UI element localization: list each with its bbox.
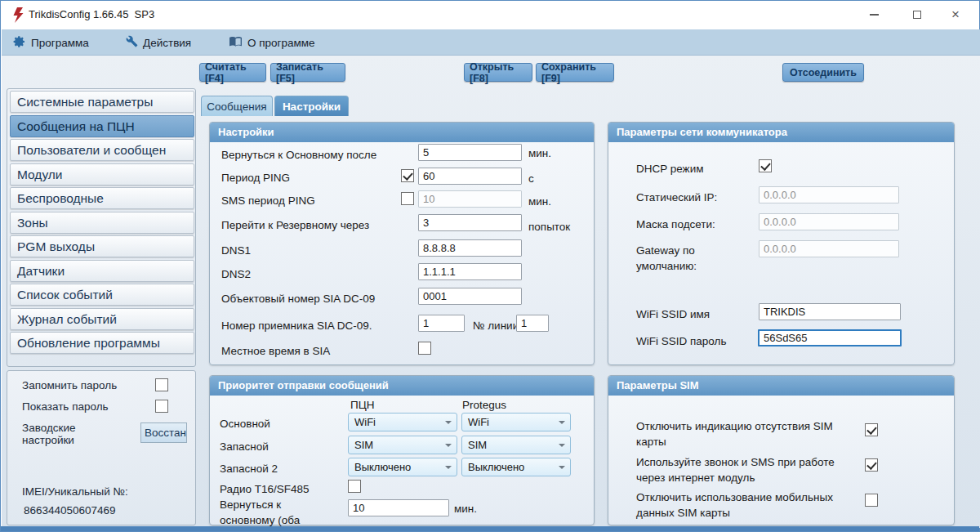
chevron-down-icon	[445, 466, 452, 469]
menu-actions[interactable]: Действия	[121, 29, 196, 56]
static-ip-input[interactable]	[759, 186, 899, 203]
tab-settings[interactable]: Настройки	[274, 96, 349, 116]
menu-about[interactable]: О программе	[224, 29, 320, 56]
sidebar-item-messages-to-cms[interactable]: Сообщения на ПЦН	[10, 115, 194, 137]
sidebar-item-zones[interactable]: Зоны	[10, 212, 194, 234]
gear-icon	[13, 35, 26, 51]
disconnect-button[interactable]: Отсоединить	[782, 63, 864, 82]
disable-mobile-data-checkbox[interactable]	[865, 494, 878, 507]
primary-channel-label: Основной	[220, 416, 270, 431]
backup-cms-select[interactable]: SIM	[348, 436, 457, 454]
ping-unit: с	[528, 172, 534, 185]
menu-program[interactable]: Программа	[8, 29, 94, 56]
sidebar-footer: Запомнить пароль Показать пароль Заводск…	[7, 370, 196, 525]
wrench-icon	[126, 35, 138, 50]
dns2-label: DNS2	[221, 266, 251, 282]
chevron-down-icon	[559, 444, 565, 447]
close-icon: ×	[951, 7, 960, 21]
maximize-icon	[913, 11, 921, 19]
subnet-mask-input[interactable]	[759, 213, 899, 230]
return-both-unit: мин.	[454, 503, 477, 515]
ping-label: Период PING	[221, 170, 290, 186]
primary-protegus-value: WiFi	[468, 416, 489, 428]
sim-absent-indication-checkbox[interactable]	[865, 423, 878, 436]
sidebar-item-pgm-outputs[interactable]: PGM выходы	[10, 235, 194, 257]
sidebar-item-system-parameters[interactable]: Системные параметры	[10, 91, 194, 113]
receiver-number-input[interactable]	[418, 315, 465, 332]
sim-panel-title: Параметры SIM	[608, 376, 954, 396]
return-both-input[interactable]	[348, 499, 449, 516]
minimize-button[interactable]	[860, 1, 888, 28]
backup2-cms-select[interactable]: Выключено	[348, 458, 457, 476]
book-icon	[229, 35, 243, 50]
primary-protegus-select[interactable]: WiFi	[461, 413, 571, 431]
ping-input[interactable]	[418, 168, 522, 185]
backup-protegus-value: SIM	[468, 439, 487, 451]
sidebar-item-modules[interactable]: Модули	[10, 163, 194, 186]
dns1-label: DNS1	[221, 243, 251, 258]
wifi-ssid-input[interactable]	[759, 303, 901, 320]
chevron-down-icon	[445, 444, 452, 447]
sidebar-item-sensors[interactable]: Датчики	[10, 260, 194, 282]
object-number-label: Объектовый номер SIA DC-09	[221, 291, 375, 306]
radio-t16-label: Радио T16/SF485	[220, 481, 310, 497]
open-button[interactable]: Открыть [F8]	[464, 63, 532, 82]
subnet-mask-label: Маска подсети:	[636, 217, 715, 232]
read-button[interactable]: Считать [F4]	[199, 63, 266, 82]
chevron-down-icon	[559, 421, 565, 424]
local-time-label: Местное время в SIA	[221, 343, 330, 359]
dns1-input[interactable]	[418, 239, 522, 257]
window-bottom-edge	[1, 526, 979, 531]
line-number-input[interactable]	[516, 315, 549, 332]
column-header-cms: ПЦН	[350, 399, 374, 411]
backup-protegus-select[interactable]: SIM	[461, 436, 571, 454]
disable-mobile-data-label: Отключить использование мобильных данных…	[636, 490, 861, 521]
remember-password-checkbox[interactable]	[155, 378, 168, 391]
window-title: TrikdisConfig 1.66.45 SP3	[29, 8, 154, 20]
primary-cms-select[interactable]: WiFi	[348, 413, 457, 431]
backup2-protegus-select[interactable]: Выключено	[461, 458, 571, 476]
show-password-checkbox[interactable]	[155, 400, 168, 413]
dhcp-checkbox[interactable]	[759, 159, 772, 172]
imei-value: 866344050607469	[24, 504, 116, 516]
primary-cms-value: WiFi	[354, 416, 376, 428]
line-number-label: № линии:	[473, 318, 522, 333]
restore-button[interactable]: Восстан	[140, 422, 187, 443]
wifi-password-label: WiFi SSID пароль	[636, 333, 726, 349]
sms-ping-checkbox[interactable]	[401, 192, 414, 205]
maximize-button[interactable]	[903, 1, 931, 28]
write-button[interactable]: Записать [F5]	[270, 63, 345, 82]
local-time-checkbox[interactable]	[418, 342, 431, 355]
gateway-input[interactable]	[759, 240, 899, 257]
sidebar-item-event-log[interactable]: Журнал событий	[10, 308, 194, 330]
dns2-input[interactable]	[418, 263, 522, 280]
go-backup-label: Перейти к Резервному через	[221, 217, 369, 233]
imei-label: IMEI/Уникальный №:	[22, 485, 128, 498]
tab-messages[interactable]: Сообщения	[201, 96, 273, 116]
sms-ping-label: SMS период PING	[221, 193, 315, 208]
radio-t16-checkbox[interactable]	[348, 480, 361, 493]
return-primary-input[interactable]	[418, 144, 522, 161]
backup-channel-label: Запасной	[220, 439, 269, 454]
wifi-password-input[interactable]	[758, 329, 902, 346]
backup2-cms-value: Выключено	[354, 461, 411, 473]
minimize-icon	[870, 14, 879, 16]
sidebar-item-firmware-update[interactable]: Обновление программы	[10, 332, 194, 354]
priority-panel-title: Приоритет отправки сообщений	[210, 376, 594, 396]
sms-ping-input[interactable]	[418, 190, 522, 208]
close-button[interactable]: ×	[942, 1, 969, 28]
object-number-input[interactable]	[418, 288, 522, 305]
menu-about-label: О программе	[247, 37, 315, 49]
ping-checkbox[interactable]	[401, 169, 414, 182]
factory-settings-label: Заводские настройки	[22, 422, 91, 446]
sidebar-item-event-list[interactable]: Список событий	[10, 284, 194, 306]
sidebar-item-users-and-messages[interactable]: Пользователи и сообщен	[10, 139, 194, 161]
backup2-protegus-value: Выключено	[468, 461, 524, 473]
show-password-label: Показать пароль	[22, 400, 109, 413]
return-primary-label: Вернуться к Основному после	[221, 147, 376, 163]
call-sms-internet-checkbox[interactable]	[865, 458, 878, 472]
menu-actions-label: Действия	[143, 37, 191, 49]
go-backup-input[interactable]	[418, 214, 522, 231]
sidebar-item-wireless[interactable]: Беспроводные	[10, 187, 194, 209]
save-button[interactable]: Сохранить [F9]	[536, 63, 614, 82]
